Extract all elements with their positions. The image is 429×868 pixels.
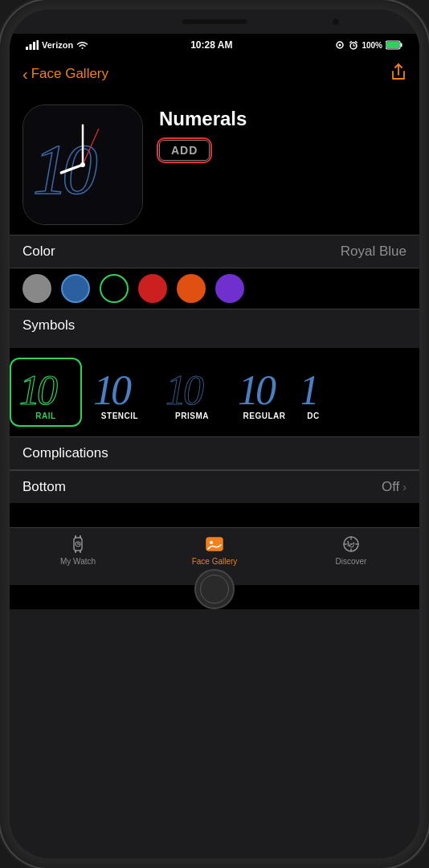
location-icon: [334, 40, 345, 50]
face-preview-area: 10 Numerals: [10, 92, 419, 235]
symbol-regular[interactable]: 10 REGULAR: [230, 364, 299, 420]
watch-face-thumbnail[interactable]: 10: [22, 104, 143, 225]
tab-face-gallery[interactable]: Face Gallery: [146, 534, 283, 566]
battery-label: 100%: [362, 41, 382, 50]
discover-icon: [341, 534, 361, 554]
svg-text:10: 10: [19, 367, 58, 408]
svg-rect-0: [26, 47, 28, 50]
face-info: Numerals ADD: [159, 104, 407, 161]
symbol-dc-svg: 1: [302, 364, 325, 408]
nav-bar: ‹ Face Gallery: [10, 56, 419, 92]
share-button[interactable]: [390, 63, 407, 85]
complications-label: Complications: [22, 445, 407, 461]
back-label: Face Gallery: [31, 66, 108, 82]
svg-text:10: 10: [238, 367, 276, 408]
svg-rect-8: [386, 42, 399, 48]
svg-rect-2: [33, 42, 35, 50]
battery-icon: [386, 40, 403, 50]
symbol-stencil[interactable]: 10 STENCIL: [85, 364, 154, 420]
face-name: Numerals: [159, 108, 407, 130]
svg-rect-3: [37, 40, 39, 50]
home-button-inner: [200, 575, 229, 604]
color-section-header[interactable]: Color Royal Blue: [10, 235, 419, 268]
symbols-section: Symbols: [10, 309, 419, 348]
symbol-prisma-svg: 10: [164, 364, 220, 408]
symbol-regular-label: REGULAR: [243, 411, 286, 420]
color-value: Royal Blue: [341, 244, 407, 260]
back-button[interactable]: ‹ Face Gallery: [22, 65, 108, 84]
color-row: [10, 268, 419, 309]
symbol-dc-label: DC: [307, 411, 319, 420]
home-indicator-area: [10, 585, 419, 609]
color-dot-green[interactable]: [100, 274, 129, 303]
signal-icon: [26, 40, 39, 50]
symbol-dc[interactable]: 1 DC: [302, 364, 325, 420]
tab-discover-label: Discover: [336, 557, 367, 566]
svg-text:10: 10: [33, 129, 98, 208]
color-label: Color: [22, 244, 55, 260]
color-dot-red[interactable]: [138, 274, 167, 303]
watch-face-svg: 10: [23, 104, 142, 225]
top-bar: [10, 10, 419, 34]
svg-text:10: 10: [93, 367, 132, 408]
wifi-icon: [76, 40, 88, 50]
color-dot-purple[interactable]: [215, 274, 244, 303]
my-watch-icon: [68, 534, 88, 554]
tab-discover[interactable]: Discover: [283, 534, 419, 566]
face-gallery-icon: [205, 534, 224, 554]
chevron-right-icon: ›: [402, 481, 407, 493]
tab-my-watch-label: My Watch: [60, 557, 96, 566]
complication-name: Bottom: [22, 479, 66, 495]
symbol-regular-svg: 10: [236, 364, 292, 408]
status-bar: Verizon 10:28 AM 10: [10, 34, 419, 56]
tab-face-gallery-label: Face Gallery: [192, 557, 238, 566]
symbol-stencil-svg: 10: [92, 364, 148, 408]
complication-value: Off ›: [382, 479, 407, 495]
time-display: 10:28 AM: [190, 39, 232, 51]
symbols-label: Symbols: [22, 317, 407, 334]
color-dot-orange[interactable]: [177, 274, 206, 303]
svg-point-31: [210, 541, 213, 544]
status-right: 100%: [334, 40, 403, 50]
color-dot-blue[interactable]: [61, 274, 90, 303]
share-icon: [390, 63, 407, 81]
tab-my-watch[interactable]: My Watch: [10, 534, 146, 566]
content-area: 10 Numerals: [10, 92, 419, 527]
back-chevron-icon: ‹: [22, 65, 28, 84]
home-button[interactable]: [194, 569, 235, 609]
svg-rect-1: [30, 44, 32, 50]
svg-point-15: [80, 162, 85, 167]
svg-point-5: [339, 44, 341, 47]
svg-text:1: 1: [302, 367, 320, 408]
speaker: [182, 19, 247, 24]
svg-text:10: 10: [165, 367, 204, 408]
symbol-stencil-label: STENCIL: [101, 411, 138, 420]
bottom-complication-row[interactable]: Bottom Off ›: [10, 470, 419, 503]
camera: [333, 18, 339, 25]
symbol-rail-label: RAIL: [35, 411, 55, 420]
alarm-icon: [349, 40, 358, 50]
symbol-rail[interactable]: 10 RAIL: [10, 358, 82, 427]
symbol-prisma[interactable]: 10 PRISMA: [157, 364, 227, 420]
symbols-row: 10 RAIL 10 STENCIL 10 PRISMA: [10, 348, 419, 436]
complications-section: Complications: [10, 436, 419, 470]
status-left: Verizon: [26, 40, 88, 50]
add-button-ring: [157, 137, 212, 163]
content-spacer: [10, 503, 419, 527]
carrier-label: Verizon: [42, 40, 73, 50]
symbol-rail-svg: 10: [18, 364, 74, 408]
color-dot-gray[interactable]: [22, 274, 51, 303]
symbol-prisma-label: PRISMA: [175, 411, 209, 420]
add-button[interactable]: ADD: [159, 140, 210, 161]
svg-rect-9: [400, 43, 402, 47]
